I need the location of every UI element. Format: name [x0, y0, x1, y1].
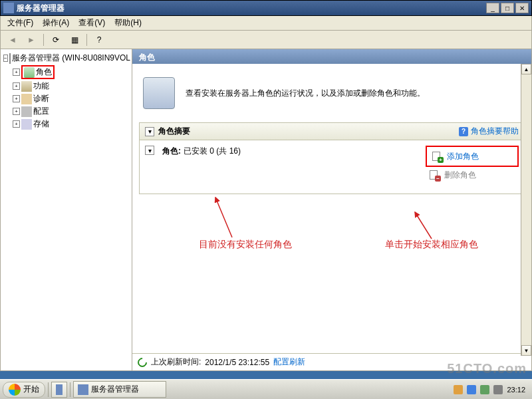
tree-features[interactable]: + 功能: [2, 80, 130, 92]
highlight-box: + 添加角色: [426, 146, 519, 167]
add-role-link[interactable]: + 添加角色: [428, 148, 516, 164]
forward-button: ►: [23, 33, 39, 47]
windows-logo-icon: [9, 384, 21, 396]
menu-view[interactable]: 查看(V): [74, 16, 109, 30]
clock[interactable]: 23:12: [507, 386, 525, 394]
help-icon: ?: [459, 127, 468, 136]
expand-icon[interactable]: −: [3, 55, 8, 62]
expand-icon[interactable]: +: [13, 95, 20, 102]
tree-root-label: 服务器管理器 (WIN-8U08IN9VOL: [12, 53, 130, 64]
window-title: 服务器管理器: [17, 3, 486, 14]
last-refresh-label: 上次刷新时间:: [151, 356, 201, 368]
highlight-box: 角色: [21, 65, 55, 79]
roles-icon: [24, 67, 35, 78]
toolbar: ◄ ► ⟳ ▦ ?: [0, 31, 532, 49]
taskbar-app-button[interactable]: 服务器管理器: [73, 381, 166, 398]
window-buttons: _ □ ✕: [486, 3, 529, 13]
remove-role-link: − 删除角色: [426, 167, 519, 183]
server-icon: [9, 53, 11, 64]
properties-button[interactable]: ▦: [66, 33, 82, 47]
quick-launch-item[interactable]: [51, 382, 67, 398]
annotation-click-install: 单击开始安装相应角色: [385, 239, 478, 251]
taskbar-separator: [70, 382, 70, 397]
minimize-button[interactable]: _: [486, 3, 499, 13]
tree-diagnostics-label: 诊断: [33, 93, 49, 104]
tree-roles[interactable]: + 角色: [2, 65, 130, 80]
annotation-arrow-1: [212, 194, 239, 241]
collapse-button[interactable]: ▾: [145, 127, 154, 136]
annotation-arrow-2: [412, 209, 438, 242]
app-icon: [56, 384, 63, 395]
tree-root[interactable]: − 服务器管理器 (WIN-8U08IN9VOL: [2, 52, 130, 65]
start-button[interactable]: 开始: [3, 382, 45, 398]
taskbar: 开始 服务器管理器 23:12: [0, 379, 532, 399]
summary-bar: ▾ 角色摘要 ? 角色摘要帮助: [139, 122, 525, 140]
window-titlebar: 服务器管理器 _ □ ✕: [0, 0, 532, 16]
tree-storage[interactable]: + 存储: [2, 118, 130, 130]
server-large-icon: [143, 77, 175, 109]
features-icon: [21, 81, 32, 92]
main-area: − 服务器管理器 (WIN-8U08IN9VOL + 角色 + 功能 + 诊断 …: [0, 49, 532, 371]
expand-icon[interactable]: +: [13, 68, 20, 76]
refresh-button[interactable]: ⟳: [48, 33, 64, 47]
svg-line-0: [215, 198, 232, 237]
roles-row: ▾ 角色: 已安装 0 (共 16) + 添加角色 − 删除角色: [139, 140, 525, 194]
scroll-down-button[interactable]: ▼: [521, 345, 531, 356]
expand-icon[interactable]: +: [13, 108, 20, 115]
vertical-scrollbar[interactable]: ▲ ▼: [521, 64, 531, 356]
tray-icon[interactable]: [454, 385, 463, 394]
summary-title: 角色摘要: [158, 126, 459, 137]
config-icon: [21, 106, 32, 117]
summary-help-label: 角色摘要帮助: [471, 126, 519, 137]
content-header: 角色: [132, 49, 531, 64]
tree-roles-label: 角色: [36, 66, 52, 78]
summary-help-link[interactable]: ? 角色摘要帮助: [459, 126, 519, 137]
network-icon[interactable]: [480, 385, 489, 394]
tree-features-label: 功能: [33, 80, 49, 92]
tree-config-label: 配置: [33, 106, 49, 117]
volume-icon[interactable]: [493, 385, 503, 394]
remove-role-label: 删除角色: [444, 170, 476, 181]
tree-config[interactable]: + 配置: [2, 105, 130, 118]
back-button: ◄: [5, 33, 21, 47]
tree-diagnostics[interactable]: + 诊断: [2, 92, 130, 105]
remove-role-icon: −: [428, 169, 440, 181]
toolbar-separator: [86, 34, 87, 46]
taskbar-app-label: 服务器管理器: [91, 384, 139, 395]
maximize-button[interactable]: □: [501, 3, 514, 13]
content-panel: 角色 查看安装在服务器上角色的运行状况，以及添加或删除角色和功能。 ▾ 角色摘要…: [132, 49, 531, 370]
diagnostics-icon: [21, 94, 32, 104]
svg-line-1: [415, 212, 432, 239]
roles-count: 角色: 已安装 0 (共 16): [162, 146, 241, 157]
tree-panel[interactable]: − 服务器管理器 (WIN-8U08IN9VOL + 角色 + 功能 + 诊断 …: [1, 49, 132, 370]
expand-icon[interactable]: +: [13, 120, 20, 128]
tray-icon[interactable]: [467, 385, 476, 394]
role-actions: + 添加角色 − 删除角色: [426, 146, 519, 183]
scroll-up-button[interactable]: ▲: [521, 64, 531, 74]
taskbar-separator: [48, 382, 49, 397]
watermark: 51CTO.com: [447, 361, 527, 376]
refresh-icon: [136, 356, 149, 369]
add-role-icon: +: [431, 150, 443, 162]
annotation-no-roles: 目前没有安装任何角色: [199, 239, 292, 251]
menu-action[interactable]: 操作(A): [39, 16, 73, 30]
help-button[interactable]: ?: [91, 33, 107, 47]
config-refresh-link[interactable]: 配置刷新: [273, 356, 305, 368]
roles-left: ▾ 角色: 已安装 0 (共 16): [145, 146, 426, 183]
role-description-text: 查看安装在服务器上角色的运行状况，以及添加或删除角色和功能。: [186, 88, 425, 99]
last-refresh-time: 2012/1/5 23:12:55: [205, 358, 269, 367]
expand-icon[interactable]: +: [13, 82, 20, 90]
tree-storage-label: 存储: [33, 118, 49, 130]
menu-file[interactable]: 文件(F): [3, 16, 37, 30]
storage-icon: [21, 119, 32, 130]
role-description-row: 查看安装在服务器上角色的运行状况，以及添加或删除角色和功能。: [132, 64, 531, 122]
toolbar-separator: [43, 34, 44, 46]
system-tray: 23:12: [450, 385, 529, 394]
menu-bar: 文件(F) 操作(A) 查看(V) 帮助(H): [0, 16, 532, 31]
collapse-button[interactable]: ▾: [145, 146, 154, 155]
app-icon: [3, 3, 14, 13]
menu-help[interactable]: 帮助(H): [110, 16, 146, 30]
close-button[interactable]: ✕: [515, 3, 529, 13]
roles-label: 角色:: [162, 146, 181, 157]
add-role-label: 添加角色: [447, 151, 479, 162]
